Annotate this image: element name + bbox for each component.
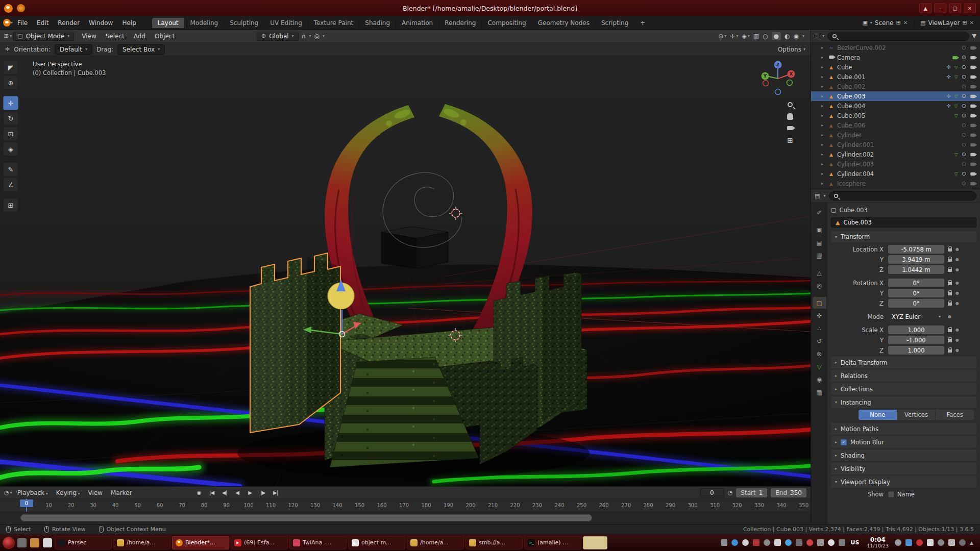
properties-tab-modifiers[interactable]: ✜: [813, 310, 826, 321]
tray-icon[interactable]: [927, 539, 934, 546]
render-visibility-icon[interactable]: [970, 75, 975, 78]
disclosure-icon[interactable]: ▸: [821, 74, 827, 79]
move-tool-button[interactable]: ✛: [3, 96, 18, 110]
disclosure-icon[interactable]: ▸: [821, 133, 827, 137]
instancing-faces[interactable]: Faces: [936, 410, 974, 420]
shading-rendered-icon[interactable]: ◉: [794, 33, 799, 40]
tray-icon[interactable]: [959, 539, 966, 546]
timeline-scroll-thumb[interactable]: [20, 514, 592, 521]
tray-expand-icon[interactable]: ▲: [970, 540, 973, 545]
animate-dot-icon[interactable]: ●: [955, 281, 959, 285]
frame-end-field[interactable]: End 350: [771, 488, 806, 497]
section-motion-paths[interactable]: ▸Motion Paths: [831, 423, 976, 435]
section-motion-blur[interactable]: ▸✓Motion Blur: [831, 436, 976, 448]
viewport-menu-view[interactable]: View: [77, 31, 101, 41]
auto-keying-button[interactable]: ◉: [193, 488, 205, 497]
render-visibility-icon[interactable]: [970, 65, 975, 68]
play-button[interactable]: ▶: [244, 488, 256, 497]
launcher-icon[interactable]: [43, 538, 52, 547]
drag-setting-dropdown[interactable]: Select Box ▾: [117, 44, 165, 55]
lock-icon[interactable]: [948, 329, 952, 332]
snap-magnet-icon[interactable]: ∩: [302, 33, 306, 40]
taskbar-task[interactable]: Blender*...: [172, 536, 229, 549]
workspace-tab-geometry-nodes[interactable]: Geometry Nodes: [532, 18, 596, 28]
animate-dot-icon[interactable]: ●: [955, 348, 959, 353]
eye-icon[interactable]: ⊙: [962, 73, 966, 80]
tray-icon[interactable]: [938, 539, 944, 546]
disclosure-icon[interactable]: ▸: [821, 113, 827, 118]
timeline-menu-view[interactable]: View: [84, 488, 107, 497]
transform-tool-button[interactable]: ◈: [3, 142, 18, 156]
tray-icon[interactable]: [828, 539, 835, 546]
orientation-dropdown[interactable]: ⊕ Global ▾: [257, 32, 299, 41]
viewport-menu-object[interactable]: Object: [150, 31, 179, 41]
taskbar-task[interactable]: (69) Esfa...: [231, 536, 288, 549]
section-instancing[interactable]: ▾Instancing: [831, 396, 976, 408]
tray-icon[interactable]: [895, 539, 901, 546]
tray-icon[interactable]: [905, 539, 912, 546]
window-minimize-button[interactable]: –: [934, 3, 946, 13]
properties-tab-view-layer[interactable]: ▥: [813, 249, 826, 261]
properties-tab-object-data[interactable]: ▽: [813, 361, 826, 372]
preview-range-icon[interactable]: ◔: [728, 489, 733, 496]
window-maximize-button[interactable]: ▢: [949, 3, 961, 13]
shading-material-icon[interactable]: ◐: [785, 33, 790, 40]
instancing-vertices[interactable]: Vertices: [897, 410, 936, 420]
lock-icon[interactable]: [948, 269, 952, 272]
instancing-none[interactable]: None: [859, 410, 897, 420]
visibility-toggle-icon[interactable]: ⊙ ▾: [718, 33, 726, 40]
transform-field-y[interactable]: -1.000: [888, 336, 944, 344]
workspace-tab-layout[interactable]: Layout: [152, 18, 185, 28]
disclosure-icon[interactable]: ▸: [821, 45, 827, 50]
menu-render[interactable]: Render: [53, 18, 84, 28]
jump-end-button[interactable]: ▶|: [270, 488, 281, 497]
outliner-row[interactable]: ▸▲Cube.002⊙: [811, 82, 980, 91]
gizmos-toggle-icon[interactable]: ✛ ▾: [730, 33, 738, 40]
render-visibility-icon[interactable]: [970, 123, 975, 127]
play-back-button[interactable]: ◀: [232, 488, 243, 497]
scene-browse-icon[interactable]: ▣: [862, 19, 867, 26]
launcher-icon[interactable]: [30, 538, 39, 547]
outliner-row[interactable]: ▸▲Cube.006⊙: [811, 120, 980, 130]
timeline-ruler[interactable]: 0 01020304050607080901001101201301401501…: [0, 499, 811, 512]
window-close-button[interactable]: ✕: [964, 3, 976, 13]
lock-icon[interactable]: [948, 339, 952, 342]
new-scene-icon[interactable]: ⊞: [896, 19, 900, 26]
render-visibility-icon[interactable]: [970, 94, 975, 97]
eye-icon[interactable]: ⊙: [962, 141, 966, 148]
mode-dropdown[interactable]: ▢ Object Mode ▾: [13, 32, 74, 41]
properties-tab-object[interactable]: □: [813, 297, 826, 309]
viewport-menu-add[interactable]: Add: [129, 31, 150, 41]
outliner-search-input[interactable]: [827, 32, 969, 41]
clock[interactable]: 0:04 11/10/23: [867, 537, 889, 549]
zoom-button[interactable]: [788, 102, 793, 107]
motion-blur-checkbox[interactable]: ✓: [841, 439, 847, 445]
render-visibility-icon[interactable]: [970, 114, 975, 117]
object-name-field[interactable]: ▲ Cube.003: [831, 217, 976, 228]
workspace-tab-rendering[interactable]: Rendering: [439, 18, 482, 28]
properties-tab-constraints[interactable]: ⊗: [813, 348, 826, 360]
outliner-row[interactable]: ▸Camera⊙: [811, 53, 980, 62]
timeline-menu-keying[interactable]: Keying ▾: [52, 488, 84, 497]
new-viewlayer-icon[interactable]: ⊞: [962, 19, 967, 26]
render-visibility-icon[interactable]: [970, 143, 975, 146]
viewport-menu-select[interactable]: Select: [101, 31, 129, 41]
eye-icon[interactable]: ⊙: [962, 44, 966, 51]
name-checkbox[interactable]: [888, 491, 894, 497]
tray-icon[interactable]: [721, 539, 727, 546]
section-shading[interactable]: ▸Shading: [831, 449, 976, 461]
shading-solid-icon[interactable]: ●: [772, 32, 781, 40]
chevron-down-icon[interactable]: ▾: [323, 34, 325, 38]
render-visibility-icon[interactable]: [970, 133, 975, 136]
outliner-row[interactable]: ▸▲Cylinder⊙: [811, 130, 980, 140]
3d-scene-canvas[interactable]: [0, 56, 811, 486]
tray-icon[interactable]: [764, 539, 770, 546]
scale-tool-button[interactable]: ⊡: [3, 127, 18, 141]
tray-icon[interactable]: [785, 539, 792, 546]
launcher-icon[interactable]: [17, 538, 27, 547]
menu-edit[interactable]: Edit: [32, 18, 53, 28]
lock-icon[interactable]: [948, 349, 952, 353]
transform-field-mode[interactable]: XYZ Euler▾: [888, 312, 944, 321]
disclosure-icon[interactable]: ▸: [821, 162, 827, 166]
eye-icon[interactable]: ⊙: [962, 93, 966, 99]
